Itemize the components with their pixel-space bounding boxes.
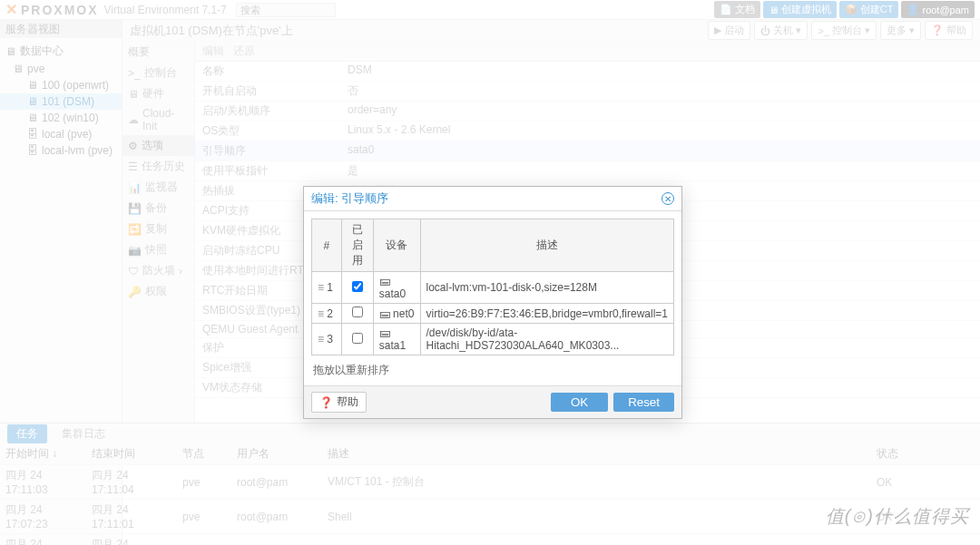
- reset-button[interactable]: Reset: [613, 393, 674, 412]
- boot-row[interactable]: ≡ 2🖴 net0virtio=26:B9:F7:E3:46:EB,bridge…: [312, 304, 674, 324]
- disk-icon: 🖴: [379, 275, 390, 287]
- boot-row[interactable]: ≡ 3🖴 sata1/dev/disk/by-id/ata-Hitachi_HD…: [312, 324, 674, 355]
- boot-row[interactable]: ≡ 1🖴 sata0local-lvm:vm-101-disk-0,size=1…: [312, 272, 674, 304]
- col-desc: 描述: [420, 219, 673, 272]
- close-icon[interactable]: ✕: [662, 192, 674, 205]
- col-device: 设备: [373, 219, 420, 272]
- disk-icon: 🖴: [379, 307, 390, 320]
- ok-button[interactable]: OK: [551, 393, 608, 412]
- boot-order-modal: 编辑: 引导顺序 ✕ # 已启用 设备 描述 ≡ 1🖴 sata0local-l…: [303, 186, 682, 419]
- drag-handle-icon[interactable]: ≡: [318, 333, 324, 345]
- enable-checkbox[interactable]: [352, 333, 363, 344]
- enable-checkbox[interactable]: [352, 281, 363, 292]
- modal-hint: 拖放以重新排序: [304, 363, 681, 385]
- drag-handle-icon[interactable]: ≡: [318, 307, 324, 320]
- col-enabled: 已启用: [341, 219, 373, 272]
- watermark: 值(⊙)什么值得买: [826, 504, 969, 529]
- enable-checkbox[interactable]: [352, 307, 363, 317]
- drag-handle-icon[interactable]: ≡: [318, 281, 324, 294]
- modal-title: 编辑: 引导顺序: [311, 190, 388, 207]
- modal-help-button[interactable]: ❓帮助: [311, 392, 367, 413]
- disk-icon: 🖴: [379, 326, 390, 339]
- col-num: #: [312, 219, 342, 272]
